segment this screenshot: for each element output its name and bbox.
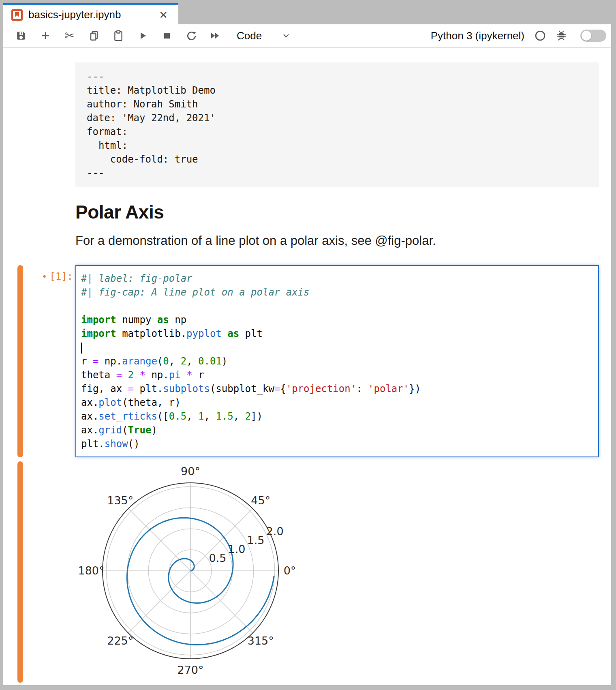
toggle-knob	[582, 31, 591, 41]
yaml-line: ---	[87, 70, 588, 84]
paragraph-text: For a demonstration of a line plot on a …	[75, 233, 599, 249]
notebook-tab[interactable]: basics-jupyter.ipynb ✕	[3, 3, 178, 24]
markdown-heading-row: Polar Axis	[3, 201, 611, 223]
yaml-line: code-fold: true	[87, 152, 588, 166]
paste-cells-button[interactable]	[113, 30, 124, 42]
run-icon	[138, 30, 148, 41]
code-cell-row: •[1]: #| label: fig-polar#| fig-cap: A l…	[3, 265, 611, 457]
code-line: theta = 2 * np.pi * r	[81, 368, 593, 382]
polar-plot-output: 0°45°90°135°180°225°270°315°0.51.01.52.0	[75, 461, 306, 683]
r-tick-label: 1.5	[247, 534, 265, 546]
code-line	[81, 341, 593, 354]
tab-bar: basics-jupyter.ipynb ✕	[3, 3, 611, 24]
code-editor[interactable]: #| label: fig-polar#| fig-cap: A line pl…	[75, 265, 599, 457]
yaml-line: html:	[87, 139, 588, 152]
modified-dot: •	[42, 272, 47, 282]
cell-type-select[interactable]: Code	[237, 30, 262, 42]
code-line: import numpy as np	[81, 313, 593, 327]
code-line: plt.show()	[81, 437, 593, 451]
restart-run-all-button[interactable]	[210, 30, 221, 42]
code-line: ax.plot(theta, r)	[81, 396, 593, 409]
markdown-paragraph-row: For a demonstration of a line plot on a …	[3, 233, 611, 249]
yaml-line: author: Norah Smith	[87, 97, 588, 111]
yaml-cell-gutter	[3, 62, 75, 187]
r-tick-label: 0.5	[209, 552, 227, 564]
clipboard-icon	[113, 30, 124, 41]
yaml-line: ---	[87, 166, 588, 180]
theta-tick-label: 45°	[251, 494, 270, 507]
yaml-cell-row: ---title: Matplotlib Demoauthor: Norah S…	[3, 62, 611, 187]
code-line: ax.grid(True)	[81, 423, 593, 437]
close-icon[interactable]: ✕	[159, 10, 168, 20]
section-heading: Polar Axis	[75, 201, 599, 223]
copy-cells-button[interactable]	[88, 30, 100, 42]
theta-tick-label: 90°	[181, 465, 200, 478]
notebook-toolbar: ✂	[3, 24, 611, 48]
theta-tick-label: 225°	[107, 634, 133, 647]
insert-cell-button[interactable]	[40, 30, 51, 42]
code-line: import matplotlib.pyplot as plt	[81, 327, 593, 341]
yaml-line: title: Matplotlib Demo	[87, 84, 588, 97]
kernel-name[interactable]: Python 3 (ipykernel)	[431, 30, 524, 42]
plus-icon	[40, 30, 51, 41]
yaml-line: date: 'May 22nd, 2021'	[87, 111, 588, 125]
theta-tick-label: 135°	[107, 494, 133, 507]
execution-prompt: •[1]:	[42, 271, 73, 282]
cell-type-dropdown-button[interactable]	[280, 30, 292, 42]
yaml-line: format:	[87, 125, 588, 139]
notebook-icon	[11, 9, 23, 21]
copy-icon	[89, 30, 100, 41]
cut-cells-button[interactable]: ✂	[64, 30, 75, 42]
chevron-down-icon	[281, 31, 291, 41]
r-tick-label: 1.0	[228, 543, 246, 555]
code-line	[81, 299, 593, 313]
r-tick-label: 2.0	[266, 525, 284, 538]
debugger-bug-icon[interactable]	[555, 30, 567, 42]
restart-icon	[186, 30, 197, 41]
code-line: fig, ax = plt.subplots(subplot_kw={'proj…	[81, 382, 593, 396]
save-button[interactable]	[15, 30, 27, 42]
theta-tick-label: 0°	[284, 564, 296, 577]
theta-tick-label: 315°	[248, 634, 274, 647]
heading-gutter	[3, 201, 75, 223]
scissors-icon: ✂	[64, 30, 75, 42]
restart-kernel-button[interactable]	[186, 30, 197, 42]
save-icon	[16, 30, 26, 41]
input-collapser-bar[interactable]	[17, 265, 23, 457]
jupyterlab-window: basics-jupyter.ipynb ✕ ✂	[3, 3, 611, 685]
code-line: r = np.arange(0, 2, 0.01)	[81, 354, 593, 368]
kernel-status-icon[interactable]	[534, 30, 546, 42]
code-line: #| fig-cap: A line plot on a polar axis	[81, 285, 593, 299]
code-line: ax.set_rticks([0.5, 1, 1.5, 2])	[81, 409, 593, 423]
output-cell-row: 0°45°90°135°180°225°270°315°0.51.01.52.0	[3, 461, 611, 683]
yaml-front-matter-cell[interactable]: ---title: Matplotlib Demoauthor: Norah S…	[75, 62, 599, 187]
text-cursor	[81, 343, 82, 354]
simple-interface-toggle[interactable]	[580, 30, 606, 42]
output-collapser-bar[interactable]	[17, 461, 23, 683]
output-gutter	[3, 461, 75, 683]
theta-tick-label: 270°	[177, 664, 203, 676]
fast-forward-icon	[210, 31, 221, 41]
stop-icon	[162, 31, 172, 41]
code-cell-gutter: •[1]:	[3, 265, 75, 457]
notebook-panel: ---title: Matplotlib Demoauthor: Norah S…	[3, 48, 611, 685]
paragraph-gutter	[3, 233, 75, 249]
interrupt-kernel-button[interactable]	[161, 30, 173, 42]
tab-title: basics-jupyter.ipynb	[28, 9, 121, 21]
theta-tick-label: 180°	[78, 564, 104, 577]
run-cell-button[interactable]	[137, 30, 148, 42]
code-line: #| label: fig-polar	[81, 272, 593, 285]
